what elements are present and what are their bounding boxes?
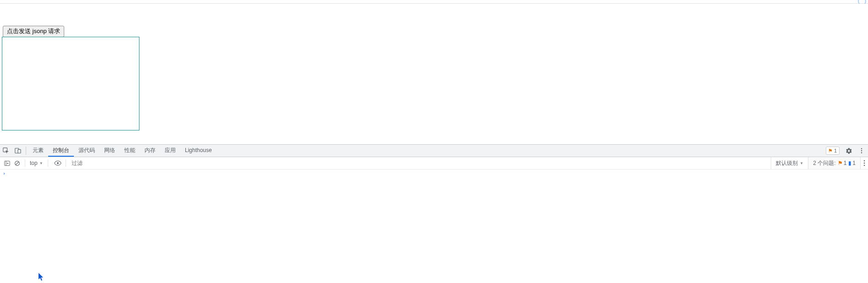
devtools-tabbar: 元素 控制台 源代码 网络 性能 内存 应用 Lighthouse ⚑ 1 xyxy=(0,145,868,157)
warnings-count: 1 xyxy=(834,148,837,153)
issues-warn-count: 1 xyxy=(844,160,847,166)
result-box xyxy=(2,37,139,130)
tab-application[interactable]: 应用 xyxy=(160,145,180,157)
context-label: top xyxy=(30,160,38,166)
console-filter-input[interactable] xyxy=(72,160,172,166)
issues-label: 2 个问题: xyxy=(813,159,835,167)
chevron-down-icon: ▼ xyxy=(800,161,803,165)
tab-performance[interactable]: 性能 xyxy=(120,145,140,157)
level-label: 默认级别 xyxy=(776,159,798,167)
svg-point-12 xyxy=(864,165,865,166)
tab-network[interactable]: 网络 xyxy=(100,145,120,157)
settings-icon[interactable] xyxy=(842,147,855,154)
tab-memory[interactable]: 内存 xyxy=(140,145,160,157)
separator xyxy=(26,147,26,155)
console-settings-icon[interactable] xyxy=(860,157,868,169)
svg-point-11 xyxy=(864,163,865,164)
flag-icon: ⚑ xyxy=(828,148,833,154)
tab-sources[interactable]: 源代码 xyxy=(74,145,100,157)
chevron-down-icon: ▼ xyxy=(39,161,43,165)
separator xyxy=(66,159,66,167)
live-expression-icon[interactable] xyxy=(53,158,63,168)
issues-info-count: 1 xyxy=(852,160,856,166)
svg-rect-2 xyxy=(18,149,21,153)
tab-label: 源代码 xyxy=(78,147,95,154)
more-menu-icon[interactable] xyxy=(855,147,868,154)
svg-point-4 xyxy=(861,150,862,151)
tab-label: 性能 xyxy=(124,147,135,154)
tab-lighthouse[interactable]: Lighthouse xyxy=(180,145,217,157)
page-viewport: 点击发送 jsonp 请求 xyxy=(0,4,868,144)
svg-point-3 xyxy=(861,148,862,149)
svg-line-8 xyxy=(16,162,19,165)
tab-console[interactable]: 控制台 xyxy=(48,145,74,157)
tab-label: Lighthouse xyxy=(185,147,212,153)
context-selector[interactable]: top ▼ xyxy=(28,160,45,166)
warnings-badge[interactable]: ⚑ 1 xyxy=(826,147,840,155)
issues-chip[interactable]: 2 个问题: ⚑ 1 ▮ 1 xyxy=(808,157,860,169)
svg-point-10 xyxy=(864,160,865,162)
svg-point-9 xyxy=(57,162,59,164)
tab-label: 元素 xyxy=(33,147,44,154)
console-toolbar: top ▼ 默认级别 ▼ 2 个问题: ⚑ 1 ▮ 1 xyxy=(0,157,868,170)
clear-console-icon[interactable] xyxy=(12,158,22,168)
svg-point-5 xyxy=(861,152,862,153)
console-output[interactable]: › xyxy=(0,170,868,283)
separator xyxy=(25,159,25,167)
tab-label: 应用 xyxy=(165,147,176,154)
tab-label: 网络 xyxy=(104,147,115,154)
devtools-panel: 元素 控制台 源代码 网络 性能 内存 应用 Lighthouse ⚑ 1 xyxy=(0,144,868,283)
tab-label: 内存 xyxy=(145,147,156,154)
send-jsonp-button[interactable]: 点击发送 jsonp 请求 xyxy=(3,26,64,37)
flag-icon: ⚑ xyxy=(838,160,843,166)
separator xyxy=(48,159,48,167)
browser-chrome-strip xyxy=(0,0,868,4)
console-prompt-icon: › xyxy=(3,171,6,176)
device-toolbar-icon[interactable] xyxy=(12,145,24,157)
toggle-sidebar-icon[interactable] xyxy=(2,158,12,168)
message-icon: ▮ xyxy=(848,160,851,166)
tab-elements[interactable]: 元素 xyxy=(28,145,48,157)
log-level-selector[interactable]: 默认级别 ▼ xyxy=(771,157,808,169)
inspect-element-icon[interactable] xyxy=(0,145,12,157)
tab-label: 控制台 xyxy=(53,147,69,154)
